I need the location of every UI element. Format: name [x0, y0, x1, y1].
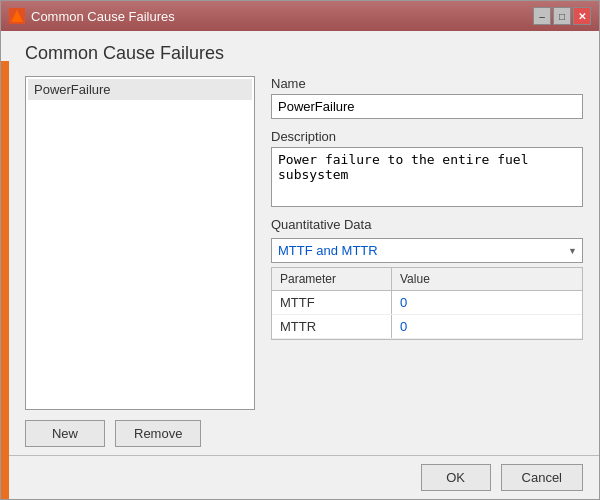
table-header: Parameter Value: [272, 268, 582, 291]
left-buttons: New Remove: [25, 420, 255, 447]
left-panel: PowerFailure New Remove: [25, 76, 255, 447]
svg-marker-0: [11, 10, 23, 22]
param-table: Parameter Value MTTF 0 MTTR 0: [271, 267, 583, 340]
description-field-group: Description Power failure to the entire …: [271, 129, 583, 207]
minimize-button[interactable]: –: [533, 7, 551, 25]
close-button[interactable]: ✕: [573, 7, 591, 25]
quantitative-section: Quantitative Data MTTF and MTTR Paramete…: [271, 217, 583, 340]
col-header-param: Parameter: [272, 268, 392, 290]
page-title: Common Cause Failures: [25, 43, 583, 64]
maximize-button[interactable]: □: [553, 7, 571, 25]
remove-button[interactable]: Remove: [115, 420, 201, 447]
title-bar-left: Common Cause Failures: [9, 8, 175, 24]
window-controls: – □ ✕: [533, 7, 591, 25]
main-window: Common Cause Failures – □ ✕ Common Cause…: [0, 0, 600, 500]
param-cell-name-1: MTTR: [272, 315, 392, 338]
main-layout: PowerFailure New Remove Name: [25, 76, 583, 447]
name-field-group: Name: [271, 76, 583, 119]
window-body: Common Cause Failures PowerFailure New R…: [1, 31, 599, 499]
failures-list[interactable]: PowerFailure: [25, 76, 255, 410]
app-icon: [9, 8, 25, 24]
right-panel: Name Description Power failure to the en…: [271, 76, 583, 447]
name-label: Name: [271, 76, 583, 91]
cancel-button[interactable]: Cancel: [501, 464, 583, 491]
footer: OK Cancel: [1, 455, 599, 499]
content-area: Common Cause Failures PowerFailure New R…: [9, 31, 599, 455]
param-cell-name-0: MTTF: [272, 291, 392, 314]
orange-sidebar: [1, 61, 9, 499]
col-header-value: Value: [392, 268, 582, 290]
select-wrapper: MTTF and MTTR: [271, 238, 583, 263]
ok-button[interactable]: OK: [421, 464, 491, 491]
param-cell-value-1[interactable]: 0: [392, 315, 582, 338]
quantitative-label: Quantitative Data: [271, 217, 583, 232]
title-bar: Common Cause Failures – □ ✕: [1, 1, 599, 31]
table-row: MTTR 0: [272, 315, 582, 339]
param-cell-value-0[interactable]: 0: [392, 291, 582, 314]
name-input[interactable]: [271, 94, 583, 119]
quantitative-select[interactable]: MTTF and MTTR: [271, 238, 583, 263]
list-item[interactable]: PowerFailure: [28, 79, 252, 100]
new-button[interactable]: New: [25, 420, 105, 447]
description-input[interactable]: Power failure to the entire fuel subsyst…: [271, 147, 583, 207]
table-row: MTTF 0: [272, 291, 582, 315]
description-label: Description: [271, 129, 583, 144]
window-title: Common Cause Failures: [31, 9, 175, 24]
